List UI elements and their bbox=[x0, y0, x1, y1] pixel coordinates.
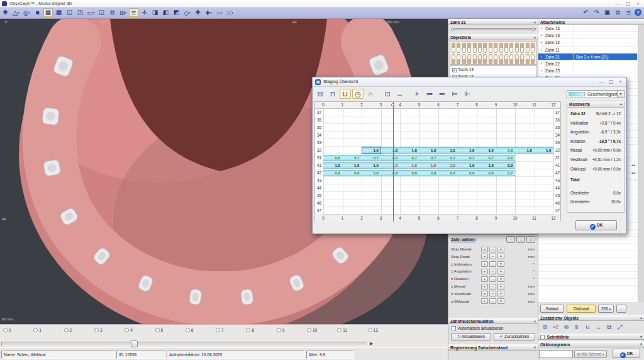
expand-icon[interactable]: + bbox=[540, 60, 543, 67]
undo-icon[interactable]: ↶ bbox=[581, 8, 591, 17]
increase-button[interactable]: + bbox=[481, 269, 488, 274]
timeline-step-8[interactable]: 8 bbox=[246, 328, 254, 334]
collapse-icon[interactable]: ▴ bbox=[534, 20, 536, 25]
image-search-icon[interactable]: ◨ bbox=[150, 8, 160, 17]
attachment-row[interactable]: +Zahn 23 bbox=[538, 67, 637, 74]
staging-cell-value[interactable]: 0,7 bbox=[362, 154, 379, 162]
staging-cell-value[interactable]: 0,7 bbox=[343, 154, 360, 162]
panel-header-attachments[interactable]: Attachments bbox=[538, 19, 644, 25]
tooth-glyph[interactable] bbox=[478, 43, 482, 53]
radio-icon[interactable] bbox=[337, 328, 341, 332]
tooth-glyph[interactable] bbox=[526, 43, 530, 53]
decrease-button[interactable]: − bbox=[489, 254, 496, 259]
collapse-icon[interactable]: ▾ bbox=[534, 345, 536, 351]
tooth-glyph[interactable] bbox=[504, 54, 508, 64]
panel-header-okklusogramm[interactable]: Okklusogramm▾ bbox=[538, 341, 644, 347]
radio-icon[interactable] bbox=[277, 328, 281, 332]
opacity-spinner[interactable]: 255 ▾ bbox=[598, 305, 614, 313]
both-jaws-icon[interactable]: ⊟ bbox=[314, 89, 326, 99]
report-icon[interactable]: ⧉ bbox=[613, 8, 623, 17]
staging-tree-icon[interactable]: ≕ bbox=[436, 89, 448, 99]
fit-step-icon[interactable]: ⊡ bbox=[382, 89, 393, 99]
timeline-slider-thumb[interactable] bbox=[131, 340, 138, 347]
close-button[interactable]: × bbox=[633, 1, 643, 7]
expand-icon[interactable]: + bbox=[540, 53, 543, 60]
staging-cell-value[interactable]: 1,0 bbox=[362, 162, 379, 169]
timeline-step-9[interactable]: 9 bbox=[277, 328, 285, 334]
panel-header-objektliste[interactable]: Objektliste▴ bbox=[448, 34, 538, 40]
attachment-row[interactable]: +Zahn 21Box 2 x 4 mm (21) bbox=[538, 53, 637, 60]
timeline-step-2[interactable]: 2 bbox=[64, 328, 72, 334]
radio-icon[interactable] bbox=[33, 328, 38, 332]
increase-button[interactable]: + bbox=[481, 298, 488, 304]
collapse-up-icon[interactable]: ▴▴ bbox=[631, 170, 635, 174]
timeline-step-7[interactable]: 7 bbox=[216, 328, 224, 334]
staging-cell-value[interactable]: 1,0 bbox=[343, 162, 360, 169]
timeline-step-0[interactable]: 0 bbox=[3, 328, 11, 334]
radio-icon[interactable] bbox=[155, 328, 160, 332]
staging-cell-value[interactable]: 0,7 bbox=[477, 154, 494, 162]
align-end-icon[interactable]: ⊩ bbox=[462, 89, 473, 99]
timeline-step-3[interactable]: 3 bbox=[94, 328, 103, 334]
staging-cell-value[interactable]: 1,0 bbox=[438, 147, 455, 154]
tooth-glyph[interactable] bbox=[452, 54, 455, 64]
collapse-icon[interactable]: ▴ bbox=[534, 318, 536, 324]
collapse-icon[interactable]: ▴ bbox=[620, 101, 622, 107]
tooth-glyph[interactable] bbox=[504, 43, 508, 53]
expand-icon[interactable]: + bbox=[540, 32, 543, 39]
radio-icon[interactable] bbox=[125, 328, 129, 332]
staging-cell-value[interactable]: 1,0 bbox=[438, 162, 455, 169]
help-icon[interactable]: ? bbox=[635, 9, 641, 16]
set-button[interactable]: = bbox=[497, 298, 504, 304]
tooth-glyph[interactable] bbox=[499, 43, 503, 53]
prev-tooth-button[interactable]: ↑ bbox=[506, 236, 515, 243]
slider-right-handle[interactable] bbox=[531, 28, 535, 31]
dialog-ok-button[interactable]: ✔OK bbox=[575, 220, 617, 230]
copy-objects-icon[interactable]: ⧉ bbox=[604, 322, 614, 332]
staging-cell-value[interactable]: 0,8 bbox=[343, 169, 360, 177]
okklusal-button[interactable]: Okklusal bbox=[567, 305, 596, 313]
tooth-glyph[interactable] bbox=[483, 54, 487, 64]
redo-icon[interactable]: ↷ bbox=[592, 8, 601, 17]
staging-cell-value[interactable]: 1,0 bbox=[323, 162, 340, 169]
tooth-glyph[interactable] bbox=[494, 54, 497, 64]
decrease-button[interactable]: − bbox=[489, 276, 496, 282]
radio-icon[interactable] bbox=[186, 328, 190, 332]
frame-icon[interactable]: ▭▾ bbox=[86, 8, 96, 17]
tooth-glyph[interactable] bbox=[509, 54, 513, 64]
digitize-icon[interactable]: ◇▾ bbox=[182, 8, 192, 17]
tooth-glyph[interactable] bbox=[509, 43, 513, 53]
maximize-button[interactable]: ▢ bbox=[623, 1, 633, 7]
tooth-glyph[interactable] bbox=[489, 43, 492, 53]
panel-header-schnittlinie[interactable]: Schnittlinie▾ bbox=[538, 334, 644, 340]
staging-cell-value[interactable]: 0,8 bbox=[458, 169, 475, 177]
patient-card-icon[interactable]: ▣ bbox=[602, 8, 612, 17]
radio-icon[interactable] bbox=[246, 328, 250, 332]
timeline-step-4[interactable]: 4 bbox=[125, 328, 133, 334]
attachment-row[interactable]: +Zahn 22 bbox=[538, 60, 637, 67]
expand-icon[interactable]: + bbox=[540, 47, 543, 53]
set-button[interactable]: = bbox=[497, 254, 504, 259]
staging-cell-value[interactable]: 0,8 bbox=[438, 169, 455, 177]
tooth-glyph[interactable] bbox=[515, 43, 519, 53]
staging-cell-value[interactable]: 0,7 bbox=[381, 154, 398, 162]
tooth-glyph[interactable] bbox=[515, 54, 519, 64]
timeline-slider-track[interactable] bbox=[1, 342, 367, 346]
scrollbar[interactable] bbox=[638, 25, 644, 302]
befund-name-input[interactable] bbox=[539, 350, 573, 358]
remove-circle-icon[interactable]: ⊗ bbox=[561, 322, 572, 332]
increase-button[interactable]: + bbox=[481, 284, 488, 290]
aktualisieren-button[interactable]: ↻ Aktualisieren bbox=[451, 333, 491, 340]
expand-icon[interactable]: + bbox=[540, 39, 543, 46]
panel-header-zahnfleisch[interactable]: Zahnfleischsimulation▴ bbox=[448, 318, 538, 324]
add-point-icon[interactable]: ✚ bbox=[193, 8, 203, 17]
expand-icon[interactable]: + bbox=[540, 67, 543, 74]
staging-cell-value[interactable]: 1,0 bbox=[515, 147, 532, 154]
staging-cell-value[interactable]: 0,8 bbox=[477, 169, 494, 177]
radio-icon[interactable] bbox=[64, 328, 69, 332]
tooth-glyph[interactable] bbox=[520, 54, 524, 64]
staging-cell-value[interactable]: 0,9 bbox=[496, 162, 513, 169]
copy-view-icon[interactable]: ⧉ bbox=[108, 8, 117, 17]
decrease-button[interactable]: − bbox=[489, 291, 496, 296]
auto-update-checkbox[interactable]: Automatisch aktualisieren bbox=[452, 326, 503, 330]
